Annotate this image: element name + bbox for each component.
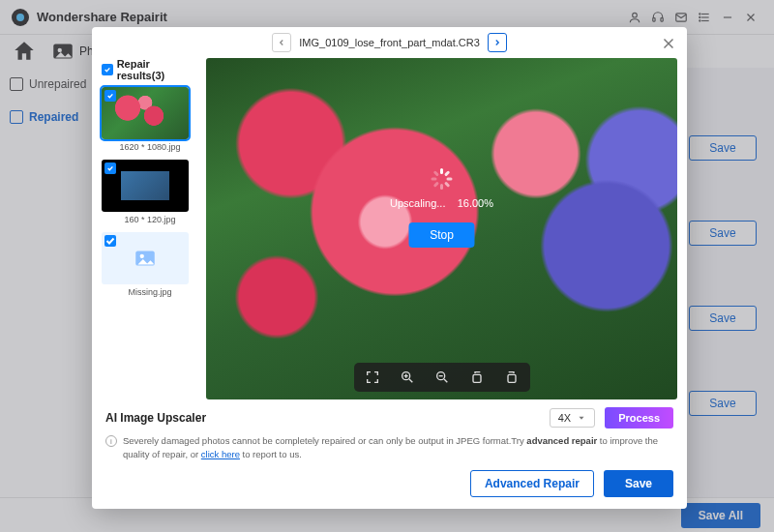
select-all-checkbox[interactable] [102, 64, 113, 75]
preview-image: Upscaling... 16.00% Stop [206, 58, 677, 399]
thumbnail-image[interactable] [102, 232, 189, 284]
thumbnail-image[interactable] [102, 87, 189, 139]
preview-modal: IMG_0109_lose_front_part_mdat.CR3 Repair… [92, 27, 687, 509]
thumbnail-caption: 160 * 120.jpg [102, 215, 198, 224]
upscaler-row: AI Image Upscaler 4X Process [92, 399, 687, 432]
rotate-left-icon[interactable] [468, 369, 486, 386]
chevron-down-icon [577, 413, 586, 423]
modal-footer: Advanced Repair Save [92, 466, 687, 509]
thumbnail-panel: Repair results(3) 1620 * 1080.jpg 160 * … [102, 58, 198, 399]
note-text: Severely damaged photos cannot be comple… [123, 434, 673, 460]
modal-header: IMG_0109_lose_front_part_mdat.CR3 [92, 27, 687, 58]
svg-rect-26 [473, 375, 481, 383]
upscaler-label: AI Image Upscaler [105, 411, 540, 425]
preview-toolbar [354, 363, 530, 392]
scale-select[interactable]: 4X [550, 408, 595, 428]
svg-rect-27 [508, 375, 516, 383]
close-modal-button[interactable] [660, 35, 677, 52]
modal-save-button[interactable]: Save [604, 470, 673, 497]
scale-value: 4X [558, 412, 571, 424]
thumb-checkbox[interactable] [104, 235, 116, 247]
thumbnail[interactable]: 1620 * 1080.jpg [102, 87, 198, 152]
spinner-icon [432, 168, 453, 190]
results-heading[interactable]: Repair results(3) [102, 58, 198, 81]
zoom-out-icon[interactable] [433, 369, 451, 386]
svg-point-18 [140, 254, 144, 258]
thumbnail-caption: 1620 * 1080.jpg [102, 142, 198, 152]
info-icon: i [105, 435, 117, 447]
report-link[interactable]: click here [201, 449, 240, 459]
results-heading-label: Repair results(3) [117, 58, 198, 81]
svg-line-20 [409, 379, 412, 382]
thumbnail[interactable]: 160 * 120.jpg [102, 160, 198, 224]
rotate-right-icon[interactable] [503, 369, 521, 386]
thumbnail-image[interactable] [102, 160, 189, 212]
filename-label: IMG_0109_lose_front_part_mdat.CR3 [299, 37, 480, 48]
fullscreen-icon[interactable] [364, 369, 381, 386]
stop-button[interactable]: Stop [408, 222, 475, 248]
svg-marker-28 [580, 417, 584, 420]
thumb-checkbox[interactable] [104, 90, 116, 102]
thumb-checkbox[interactable] [104, 163, 116, 174]
thumbnail[interactable]: Missing.jpg [102, 232, 198, 297]
zoom-in-icon[interactable] [399, 369, 416, 386]
note-row: i Severely damaged photos cannot be comp… [92, 432, 687, 466]
prev-file-button[interactable] [272, 33, 291, 52]
svg-line-24 [444, 379, 447, 382]
progress-overlay: Upscaling... 16.00% Stop [390, 168, 493, 248]
process-button[interactable]: Process [605, 407, 673, 429]
thumbnail-caption: Missing.jpg [102, 287, 198, 297]
progress-label: Upscaling... [390, 197, 445, 209]
progress-percent: 16.00% [458, 197, 493, 209]
next-file-button[interactable] [488, 33, 507, 52]
advanced-repair-button[interactable]: Advanced Repair [470, 470, 594, 497]
